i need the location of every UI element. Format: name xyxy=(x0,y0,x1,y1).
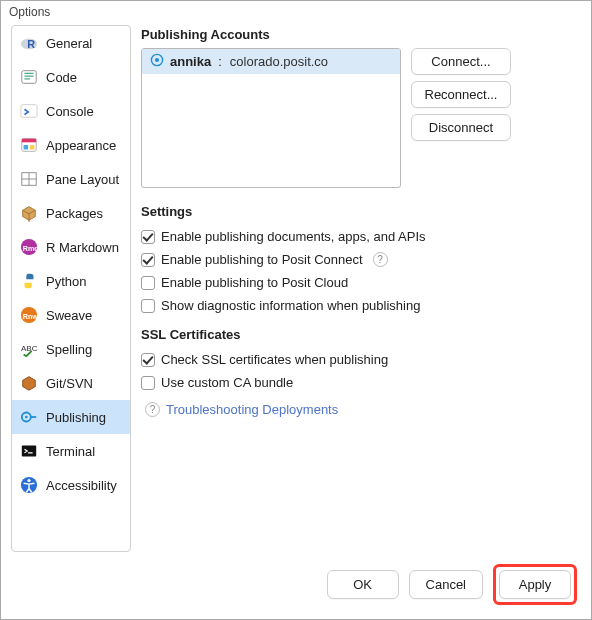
dialog-body: R General Code Console Appe xyxy=(1,25,591,552)
sidebar-item-label: Console xyxy=(46,104,94,119)
sidebar-item-label: Spelling xyxy=(46,342,92,357)
svg-rect-2 xyxy=(22,71,36,84)
cancel-button[interactable]: Cancel xyxy=(409,570,483,599)
sidebar-item-label: Code xyxy=(46,70,77,85)
apply-button[interactable]: Apply xyxy=(499,570,571,599)
accounts-list[interactable]: annika: colorado.posit.co xyxy=(141,48,401,188)
sidebar-item-general[interactable]: R General xyxy=(12,26,130,60)
checkbox-icon[interactable] xyxy=(141,230,155,244)
checkbox-icon[interactable] xyxy=(141,299,155,313)
help-icon[interactable]: ? xyxy=(145,402,160,417)
sidebar-item-python[interactable]: Python xyxy=(12,264,130,298)
checkbox-label: Enable publishing documents, apps, and A… xyxy=(161,229,426,244)
sidebar-item-spelling[interactable]: ABC Spelling xyxy=(12,332,130,366)
code-icon xyxy=(20,68,38,86)
spelling-icon: ABC xyxy=(20,340,38,358)
help-icon[interactable]: ? xyxy=(373,252,388,267)
terminal-icon xyxy=(20,442,38,460)
sidebar-item-label: Terminal xyxy=(46,444,95,459)
sidebar-item-git-svn[interactable]: Git/SVN xyxy=(12,366,130,400)
account-username: annika xyxy=(170,54,211,69)
appearance-icon xyxy=(20,136,38,154)
setting-show-diagnostic[interactable]: Show diagnostic information when publish… xyxy=(141,294,577,317)
sidebar-item-console[interactable]: Console xyxy=(12,94,130,128)
publishing-icon xyxy=(20,408,38,426)
git-icon xyxy=(20,374,38,392)
dialog-footer: OK Cancel Apply xyxy=(1,552,591,619)
console-prompt-icon xyxy=(20,102,38,120)
options-dialog: Options R General Code Console xyxy=(0,0,592,620)
sidebar-item-label: Pane Layout xyxy=(46,172,119,187)
checkbox-label: Show diagnostic information when publish… xyxy=(161,298,420,313)
sidebar-item-r-markdown[interactable]: Rmd R Markdown xyxy=(12,230,130,264)
sidebar-item-accessibility[interactable]: Accessibility xyxy=(12,468,130,502)
sidebar-item-label: Appearance xyxy=(46,138,116,153)
accessibility-icon xyxy=(20,476,38,494)
section-publishing-accounts: Publishing Accounts xyxy=(141,27,577,42)
main-panel: Publishing Accounts annika: colorado.pos… xyxy=(141,25,581,552)
checkbox-label: Check SSL certificates when publishing xyxy=(161,352,388,367)
package-icon xyxy=(20,204,38,222)
svg-point-17 xyxy=(25,416,28,419)
sidebar-item-publishing[interactable]: Publishing xyxy=(12,400,130,434)
troubleshoot-row: ? Troubleshooting Deployments xyxy=(141,394,577,417)
svg-text:Rnw: Rnw xyxy=(23,312,38,321)
sidebar-item-label: Publishing xyxy=(46,410,106,425)
setting-enable-publishing[interactable]: Enable publishing documents, apps, and A… xyxy=(141,225,577,248)
svg-rect-7 xyxy=(30,145,35,150)
svg-point-20 xyxy=(27,479,30,482)
checkbox-label: Enable publishing to Posit Connect xyxy=(161,252,363,267)
checkbox-label: Use custom CA bundle xyxy=(161,375,293,390)
sidebar-item-label: Accessibility xyxy=(46,478,117,493)
sidebar: R General Code Console Appe xyxy=(11,25,131,552)
svg-text:R: R xyxy=(27,38,35,50)
svg-rect-6 xyxy=(24,145,29,150)
svg-point-22 xyxy=(155,58,159,62)
troubleshooting-link[interactable]: Troubleshooting Deployments xyxy=(166,402,338,417)
sidebar-item-label: Packages xyxy=(46,206,103,221)
python-icon xyxy=(20,272,38,290)
ssl-custom-ca-bundle[interactable]: Use custom CA bundle xyxy=(141,371,577,394)
checkbox-icon[interactable] xyxy=(141,253,155,267)
sidebar-item-appearance[interactable]: Appearance xyxy=(12,128,130,162)
svg-rect-5 xyxy=(22,139,36,143)
svg-text:Rmd: Rmd xyxy=(23,244,38,253)
account-separator: : xyxy=(218,54,222,69)
disconnect-button[interactable]: Disconnect xyxy=(411,114,511,141)
sweave-icon: Rnw xyxy=(20,306,38,324)
sidebar-item-packages[interactable]: Packages xyxy=(12,196,130,230)
reconnect-button[interactable]: Reconnect... xyxy=(411,81,511,108)
window-title: Options xyxy=(1,1,591,25)
r-logo-icon: R xyxy=(20,34,38,52)
ssl-check-certificates[interactable]: Check SSL certificates when publishing xyxy=(141,348,577,371)
setting-enable-posit-connect[interactable]: Enable publishing to Posit Connect ? xyxy=(141,248,577,271)
account-buttons: Connect... Reconnect... Disconnect xyxy=(411,48,511,188)
sidebar-item-label: Sweave xyxy=(46,308,92,323)
svg-text:ABC: ABC xyxy=(21,344,38,353)
apply-highlight: Apply xyxy=(493,564,577,605)
svg-rect-18 xyxy=(22,446,36,457)
checkbox-icon[interactable] xyxy=(141,276,155,290)
sidebar-item-label: General xyxy=(46,36,92,51)
pane-layout-icon xyxy=(20,170,38,188)
section-ssl-certificates: SSL Certificates xyxy=(141,327,577,342)
sidebar-item-label: Python xyxy=(46,274,86,289)
connect-button[interactable]: Connect... xyxy=(411,48,511,75)
rmarkdown-icon: Rmd xyxy=(20,238,38,256)
checkbox-icon[interactable] xyxy=(141,376,155,390)
sidebar-item-pane-layout[interactable]: Pane Layout xyxy=(12,162,130,196)
account-server: colorado.posit.co xyxy=(230,54,328,69)
svg-rect-3 xyxy=(21,105,37,118)
sidebar-item-label: R Markdown xyxy=(46,240,119,255)
account-item[interactable]: annika: colorado.posit.co xyxy=(142,49,400,74)
posit-connect-icon xyxy=(150,53,164,70)
ok-button[interactable]: OK xyxy=(327,570,399,599)
section-settings: Settings xyxy=(141,204,577,219)
sidebar-item-sweave[interactable]: Rnw Sweave xyxy=(12,298,130,332)
sidebar-item-label: Git/SVN xyxy=(46,376,93,391)
sidebar-item-terminal[interactable]: Terminal xyxy=(12,434,130,468)
checkbox-icon[interactable] xyxy=(141,353,155,367)
sidebar-item-code[interactable]: Code xyxy=(12,60,130,94)
setting-enable-posit-cloud[interactable]: Enable publishing to Posit Cloud xyxy=(141,271,577,294)
accounts-row: annika: colorado.posit.co Connect... Rec… xyxy=(141,48,577,188)
